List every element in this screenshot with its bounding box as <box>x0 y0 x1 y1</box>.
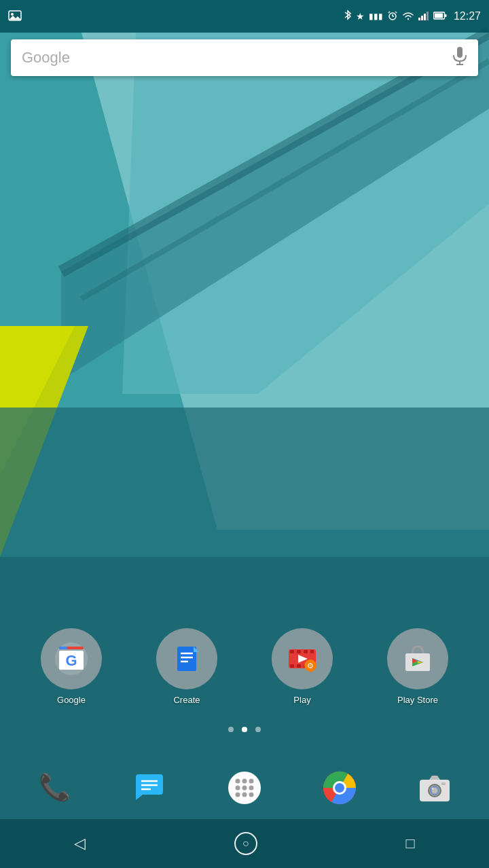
page-indicators <box>0 727 489 732</box>
svg-point-11 <box>11 13 14 16</box>
launcher-icon <box>219 762 270 814</box>
play-movies-label: Play <box>293 695 310 705</box>
create-app-icon <box>156 628 217 689</box>
svg-line-17 <box>395 12 397 13</box>
svg-text:⚙: ⚙ <box>307 662 314 670</box>
phone-app[interactable]: 📞 <box>29 762 80 814</box>
status-right-icons: ★ ▮▮▮ <box>344 10 481 24</box>
chrome-icon <box>314 762 365 814</box>
svg-point-73 <box>335 783 344 793</box>
status-bar: ★ ▮▮▮ <box>0 0 489 33</box>
signal-icon <box>418 11 429 22</box>
status-left-icons <box>8 10 22 23</box>
launcher-app[interactable] <box>219 762 270 814</box>
recents-button[interactable]: □ <box>405 835 414 852</box>
image-icon <box>8 10 22 23</box>
play-movies-icon: ⚙ <box>272 628 333 689</box>
google-app[interactable]: G Google <box>41 628 102 705</box>
play-store-icon <box>387 628 448 689</box>
svg-point-66 <box>242 786 247 791</box>
svg-marker-12 <box>9 16 21 20</box>
dock: 📞 <box>0 762 489 814</box>
svg-rect-19 <box>421 16 423 20</box>
home-button[interactable]: ○ <box>234 832 257 855</box>
svg-marker-37 <box>194 647 199 652</box>
svg-rect-30 <box>59 647 67 649</box>
nav-bar: ◁ ○ □ <box>0 819 489 868</box>
alarm-icon <box>387 10 398 23</box>
svg-point-64 <box>249 779 254 784</box>
svg-text:G: G <box>65 652 77 669</box>
svg-point-78 <box>432 788 434 790</box>
status-time: 12:27 <box>454 10 481 22</box>
svg-rect-39 <box>290 650 294 653</box>
svg-point-65 <box>236 786 240 791</box>
wallpaper <box>0 0 489 868</box>
create-app-label: Create <box>173 695 200 705</box>
battery-icon <box>433 11 447 22</box>
svg-point-68 <box>236 793 240 797</box>
play-store-app[interactable]: Play Store <box>387 628 448 705</box>
svg-rect-23 <box>435 13 443 18</box>
mic-icon[interactable] <box>452 46 467 69</box>
create-app[interactable]: Create <box>156 628 217 705</box>
play-store-label: Play Store <box>397 695 438 705</box>
svg-rect-41 <box>304 650 308 653</box>
page-dot-2[interactable] <box>242 727 247 732</box>
camera-icon <box>409 762 460 814</box>
svg-rect-18 <box>418 18 420 20</box>
search-placeholder: Google <box>22 49 452 67</box>
wifi-icon <box>402 11 414 22</box>
chrome-app[interactable] <box>314 762 365 814</box>
svg-rect-21 <box>427 12 429 20</box>
svg-rect-24 <box>445 14 447 17</box>
svg-line-16 <box>388 12 390 13</box>
play-movies-app[interactable]: ⚙ Play <box>272 628 333 705</box>
google-app-icon: G <box>41 628 102 689</box>
bluetooth-icon <box>344 10 352 24</box>
svg-text:📞: 📞 <box>39 772 71 803</box>
google-app-label: Google <box>57 695 86 705</box>
page-dot-3[interactable] <box>255 727 261 732</box>
google-search-bar[interactable]: Google <box>11 39 478 76</box>
vibrate-icon: ▮▮▮ <box>369 12 383 21</box>
svg-rect-79 <box>441 782 446 785</box>
svg-rect-43 <box>290 664 294 668</box>
messages-app[interactable] <box>124 762 175 814</box>
messages-icon <box>124 762 175 814</box>
svg-point-69 <box>242 793 247 797</box>
svg-rect-20 <box>424 14 426 20</box>
svg-rect-25 <box>457 47 463 58</box>
phone-icon: 📞 <box>29 762 80 814</box>
back-button[interactable]: ◁ <box>74 835 86 852</box>
app-grid: G Google Create <box>0 628 489 705</box>
svg-rect-40 <box>297 650 301 653</box>
page-dot-1[interactable] <box>228 727 234 732</box>
svg-point-67 <box>249 786 254 791</box>
svg-point-70 <box>249 793 254 797</box>
svg-rect-44 <box>297 664 301 668</box>
svg-point-62 <box>236 779 240 784</box>
svg-point-63 <box>242 779 247 784</box>
camera-app[interactable] <box>409 762 460 814</box>
svg-rect-42 <box>310 650 314 653</box>
svg-rect-33 <box>177 647 196 671</box>
star-icon: ★ <box>356 11 365 22</box>
